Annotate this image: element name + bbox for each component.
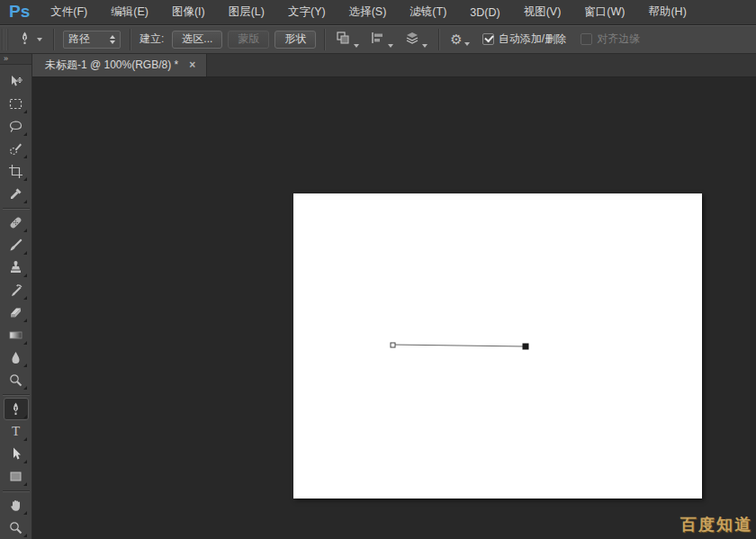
blur-tool-icon <box>8 350 23 365</box>
flyout-triangle-icon <box>23 415 27 418</box>
menu-item-6[interactable]: 选择(S) <box>338 0 399 24</box>
lasso-tool[interactable] <box>4 115 29 138</box>
separator <box>324 29 325 50</box>
pasteboard[interactable]: 百度知道 <box>32 77 756 539</box>
align-edges-checkbox[interactable] <box>580 33 592 45</box>
hand-tool-icon <box>8 498 23 513</box>
dodge-tool-icon <box>8 373 23 388</box>
flyout-triangle-icon <box>23 200 27 203</box>
flyout-triangle-icon <box>23 341 27 345</box>
pen-tool-icon <box>8 401 23 417</box>
menu-item-10[interactable]: 窗口(W) <box>572 0 636 24</box>
flyout-triangle-icon <box>23 155 27 158</box>
separator <box>53 29 54 50</box>
tool-preset-picker[interactable] <box>12 31 48 49</box>
canvas-area: 未标题-1 @ 100%(RGB/8) * × 百度知道 <box>32 54 756 539</box>
flyout-triangle-icon <box>23 482 27 486</box>
move-tool[interactable] <box>4 70 29 93</box>
blur-tool[interactable] <box>4 346 29 369</box>
brush-tool-icon <box>8 238 23 253</box>
pen-tool[interactable] <box>4 398 29 420</box>
flyout-triangle-icon <box>23 386 27 390</box>
path-operations-button[interactable] <box>332 29 363 49</box>
menu-item-1[interactable]: 文件(F) <box>39 0 99 24</box>
options-bar: 路径 建立: 选区...蒙版形状 ⚙ 自动添加/删除 对齐边缘 <box>0 25 756 54</box>
document-tab[interactable]: 未标题-1 @ 100%(RGB/8) * × <box>32 54 207 76</box>
flyout-triangle-icon <box>23 460 27 463</box>
auto-add-delete-label: 自动添加/删除 <box>499 31 566 47</box>
menu-bar: Ps 文件(F)编辑(E)图像(I)图层(L)文字(Y)选择(S)滤镜(T)3D… <box>0 0 756 25</box>
chevron-down-icon <box>388 44 393 48</box>
close-icon[interactable]: × <box>187 58 197 71</box>
pen-path-segment <box>392 345 525 346</box>
rectangle-tool-icon <box>8 469 23 484</box>
menu-item-11[interactable]: 帮助(H) <box>636 0 698 24</box>
chevron-down-icon <box>464 42 470 46</box>
flyout-triangle-icon <box>23 177 27 181</box>
history-brush-tool-icon <box>8 283 23 298</box>
path-alignment-button[interactable] <box>366 29 397 49</box>
zoom-tool[interactable] <box>4 517 29 539</box>
lasso-tool-icon <box>8 119 23 134</box>
document-canvas[interactable] <box>293 193 702 499</box>
menu-item-9[interactable]: 视图(V) <box>512 0 573 24</box>
rectangular-marquee-tool[interactable] <box>4 93 29 115</box>
photoshop-window: Ps 文件(F)编辑(E)图像(I)图层(L)文字(Y)选择(S)滤镜(T)3D… <box>0 0 756 539</box>
eraser-tool-icon <box>8 305 23 320</box>
separator <box>130 29 130 50</box>
dodge-tool[interactable] <box>4 369 29 391</box>
menu-item-5[interactable]: 文字(Y) <box>276 0 338 24</box>
hand-tool[interactable] <box>4 494 29 517</box>
path-operations-icon <box>336 31 352 48</box>
menu-item-3[interactable]: 图像(I) <box>160 0 217 24</box>
crop-tool[interactable] <box>4 160 29 183</box>
make-button-1[interactable]: 选区... <box>172 31 222 49</box>
eraser-tool[interactable] <box>4 301 29 324</box>
flyout-triangle-icon <box>23 110 27 113</box>
menu-item-2[interactable]: 编辑(E) <box>99 0 160 24</box>
path-arrangement-button[interactable] <box>400 29 431 49</box>
path-alignment-icon <box>370 31 386 48</box>
toolbar-separator <box>3 208 30 209</box>
flyout-triangle-icon <box>23 319 27 322</box>
separator <box>438 29 439 50</box>
tool-list: T <box>3 70 30 539</box>
path-anchor-start <box>391 343 395 347</box>
menu-item-8[interactable]: 3D(D) <box>458 0 511 24</box>
flyout-triangle-icon <box>23 296 27 300</box>
path-arrangement-icon <box>404 31 420 48</box>
quick-selection-tool-icon <box>8 141 23 157</box>
brush-tool[interactable] <box>4 234 29 256</box>
path-selection-tool[interactable] <box>4 443 29 465</box>
flyout-triangle-icon <box>23 229 27 232</box>
rectangle-tool[interactable] <box>4 465 29 488</box>
zoom-tool-icon <box>8 520 23 535</box>
rectangular-marquee-tool-icon <box>8 96 23 112</box>
gradient-tool[interactable] <box>4 324 29 346</box>
toolbar-expand-button[interactable]: » <box>0 54 32 65</box>
flyout-triangle-icon <box>23 132 27 136</box>
eyedropper-tool[interactable] <box>4 183 29 205</box>
options-bar-grip[interactable] <box>2 29 8 50</box>
quick-selection-tool[interactable] <box>4 138 29 160</box>
make-button-3[interactable]: 形状 <box>274 31 316 49</box>
flyout-triangle-icon <box>23 511 27 515</box>
type-tool-icon: T <box>8 424 23 439</box>
document-tab-title: 未标题-1 @ 100%(RGB/8) * <box>45 58 178 73</box>
menu-item-7[interactable]: 滤镜(T) <box>398 0 458 24</box>
history-brush-tool[interactable] <box>4 279 29 301</box>
menu-item-4[interactable]: 图层(L) <box>217 0 276 24</box>
clone-stamp-tool[interactable] <box>4 256 29 279</box>
spinner-icon <box>110 35 115 44</box>
document-tab-bar: 未标题-1 @ 100%(RGB/8) * × <box>32 54 756 77</box>
toolbar-separator <box>3 490 30 491</box>
flyout-triangle-icon <box>23 251 27 255</box>
gear-icon: ⚙ <box>450 32 462 46</box>
pen-options-gear-button[interactable]: ⚙ <box>446 31 472 48</box>
flyout-triangle-icon <box>23 274 27 277</box>
tool-mode-dropdown[interactable]: 路径 <box>63 31 121 49</box>
auto-add-delete-checkbox[interactable] <box>482 33 494 45</box>
spot-healing-brush-tool[interactable] <box>4 211 29 234</box>
baidu-zhidao-watermark: 百度知道 <box>680 514 752 535</box>
type-tool[interactable]: T <box>4 420 29 443</box>
